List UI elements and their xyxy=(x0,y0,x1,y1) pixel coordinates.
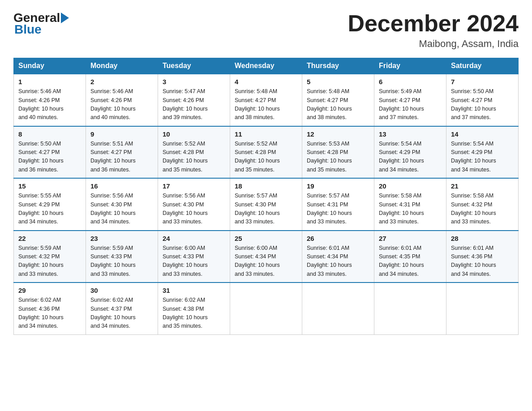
day-number: 11 xyxy=(235,130,297,138)
header-monday: Monday xyxy=(86,58,158,74)
day-info: Sunrise: 5:52 AMSunset: 4:28 PMDaylight:… xyxy=(235,140,297,175)
day-number: 8 xyxy=(18,130,81,138)
calendar-cell: 27Sunrise: 6:01 AMSunset: 4:35 PMDayligh… xyxy=(374,231,446,283)
calendar-cell: 9Sunrise: 5:51 AMSunset: 4:27 PMDaylight… xyxy=(86,126,158,179)
day-info: Sunrise: 6:01 AMSunset: 4:35 PMDaylight:… xyxy=(379,244,442,279)
day-number: 31 xyxy=(163,287,225,294)
day-number: 22 xyxy=(18,235,81,242)
calendar-cell: 28Sunrise: 6:01 AMSunset: 4:36 PMDayligh… xyxy=(446,231,519,283)
day-info: Sunrise: 5:54 AMSunset: 4:29 PMDaylight:… xyxy=(451,140,514,175)
calendar-week-row: 15Sunrise: 5:55 AMSunset: 4:29 PMDayligh… xyxy=(14,178,519,231)
calendar-cell: 22Sunrise: 5:59 AMSunset: 4:32 PMDayligh… xyxy=(14,231,86,283)
calendar-cell xyxy=(230,283,302,334)
calendar-cell: 5Sunrise: 5:48 AMSunset: 4:27 PMDaylight… xyxy=(302,74,374,126)
day-number: 24 xyxy=(163,235,225,242)
day-info: Sunrise: 5:46 AMSunset: 4:26 PMDaylight:… xyxy=(18,87,81,122)
day-number: 30 xyxy=(90,287,153,294)
day-info: Sunrise: 5:58 AMSunset: 4:32 PMDaylight:… xyxy=(451,192,514,227)
day-number: 5 xyxy=(307,78,369,86)
calendar-cell: 4Sunrise: 5:48 AMSunset: 4:27 PMDaylight… xyxy=(230,74,302,126)
calendar-cell: 13Sunrise: 5:54 AMSunset: 4:29 PMDayligh… xyxy=(374,126,446,179)
calendar-cell: 6Sunrise: 5:49 AMSunset: 4:27 PMDaylight… xyxy=(374,74,446,126)
calendar-week-row: 8Sunrise: 5:50 AMSunset: 4:27 PMDaylight… xyxy=(14,126,519,179)
day-number: 28 xyxy=(451,235,514,242)
day-number: 9 xyxy=(90,130,153,138)
day-number: 4 xyxy=(235,78,297,86)
calendar-cell: 24Sunrise: 6:00 AMSunset: 4:33 PMDayligh… xyxy=(158,231,230,283)
day-info: Sunrise: 5:57 AMSunset: 4:31 PMDaylight:… xyxy=(307,192,369,227)
day-number: 23 xyxy=(90,235,153,242)
calendar-cell xyxy=(374,283,446,334)
day-number: 18 xyxy=(235,182,297,190)
calendar-title-block: December 2024 Maibong, Assam, India xyxy=(348,11,519,50)
calendar-cell: 8Sunrise: 5:50 AMSunset: 4:27 PMDaylight… xyxy=(14,126,86,179)
header-sunday: Sunday xyxy=(14,58,86,74)
day-number: 6 xyxy=(379,78,442,86)
day-number: 29 xyxy=(18,287,81,294)
calendar-cell: 11Sunrise: 5:52 AMSunset: 4:28 PMDayligh… xyxy=(230,126,302,179)
day-number: 25 xyxy=(235,235,297,242)
calendar-cell: 2Sunrise: 5:46 AMSunset: 4:26 PMDaylight… xyxy=(86,74,158,126)
day-info: Sunrise: 5:56 AMSunset: 4:30 PMDaylight:… xyxy=(163,192,225,227)
calendar-cell: 18Sunrise: 5:57 AMSunset: 4:30 PMDayligh… xyxy=(230,178,302,231)
day-info: Sunrise: 5:53 AMSunset: 4:28 PMDaylight:… xyxy=(307,140,369,175)
calendar-cell: 12Sunrise: 5:53 AMSunset: 4:28 PMDayligh… xyxy=(302,126,374,179)
calendar-week-row: 22Sunrise: 5:59 AMSunset: 4:32 PMDayligh… xyxy=(14,231,519,283)
calendar-cell: 19Sunrise: 5:57 AMSunset: 4:31 PMDayligh… xyxy=(302,178,374,231)
calendar-cell: 10Sunrise: 5:52 AMSunset: 4:28 PMDayligh… xyxy=(158,126,230,179)
day-number: 10 xyxy=(163,130,225,138)
calendar-cell: 14Sunrise: 5:54 AMSunset: 4:29 PMDayligh… xyxy=(446,126,519,179)
day-info: Sunrise: 5:51 AMSunset: 4:27 PMDaylight:… xyxy=(90,140,153,175)
day-number: 3 xyxy=(163,78,225,86)
calendar-cell: 15Sunrise: 5:55 AMSunset: 4:29 PMDayligh… xyxy=(14,178,86,231)
calendar-header-row: SundayMondayTuesdayWednesdayThursdayFrid… xyxy=(14,58,519,74)
day-info: Sunrise: 6:02 AMSunset: 4:37 PMDaylight:… xyxy=(90,296,153,331)
calendar-cell: 17Sunrise: 5:56 AMSunset: 4:30 PMDayligh… xyxy=(158,178,230,231)
day-number: 7 xyxy=(451,78,514,86)
day-info: Sunrise: 5:52 AMSunset: 4:28 PMDaylight:… xyxy=(163,140,225,175)
day-info: Sunrise: 5:48 AMSunset: 4:27 PMDaylight:… xyxy=(235,87,297,122)
svg-marker-0 xyxy=(61,13,69,23)
header-thursday: Thursday xyxy=(302,58,374,74)
day-number: 13 xyxy=(379,130,442,138)
day-info: Sunrise: 5:50 AMSunset: 4:27 PMDaylight:… xyxy=(451,87,514,122)
day-number: 26 xyxy=(307,235,369,242)
day-number: 14 xyxy=(451,130,514,138)
day-info: Sunrise: 6:00 AMSunset: 4:33 PMDaylight:… xyxy=(163,244,225,279)
day-info: Sunrise: 5:59 AMSunset: 4:32 PMDaylight:… xyxy=(18,244,81,279)
calendar-cell: 30Sunrise: 6:02 AMSunset: 4:37 PMDayligh… xyxy=(86,283,158,334)
day-number: 20 xyxy=(379,182,442,190)
day-info: Sunrise: 6:01 AMSunset: 4:34 PMDaylight:… xyxy=(307,244,369,279)
day-number: 19 xyxy=(307,182,369,190)
header-saturday: Saturday xyxy=(446,58,519,74)
calendar-cell: 3Sunrise: 5:47 AMSunset: 4:26 PMDaylight… xyxy=(158,74,230,126)
header-tuesday: Tuesday xyxy=(158,58,230,74)
logo-arrow-icon xyxy=(61,12,71,24)
calendar-week-row: 1Sunrise: 5:46 AMSunset: 4:26 PMDaylight… xyxy=(14,74,519,126)
day-info: Sunrise: 6:00 AMSunset: 4:34 PMDaylight:… xyxy=(235,244,297,279)
calendar-cell: 16Sunrise: 5:56 AMSunset: 4:30 PMDayligh… xyxy=(86,178,158,231)
day-info: Sunrise: 5:57 AMSunset: 4:30 PMDaylight:… xyxy=(235,192,297,227)
day-info: Sunrise: 6:02 AMSunset: 4:36 PMDaylight:… xyxy=(18,296,81,331)
day-info: Sunrise: 5:55 AMSunset: 4:29 PMDaylight:… xyxy=(18,192,81,227)
header-friday: Friday xyxy=(374,58,446,74)
day-info: Sunrise: 5:50 AMSunset: 4:27 PMDaylight:… xyxy=(18,140,81,175)
day-info: Sunrise: 5:48 AMSunset: 4:27 PMDaylight:… xyxy=(307,87,369,122)
calendar-cell: 1Sunrise: 5:46 AMSunset: 4:26 PMDaylight… xyxy=(14,74,86,126)
month-year-title: December 2024 xyxy=(348,11,519,36)
day-info: Sunrise: 5:58 AMSunset: 4:31 PMDaylight:… xyxy=(379,192,442,227)
calendar-cell: 23Sunrise: 5:59 AMSunset: 4:33 PMDayligh… xyxy=(86,231,158,283)
calendar-cell xyxy=(446,283,519,334)
calendar-cell: 21Sunrise: 5:58 AMSunset: 4:32 PMDayligh… xyxy=(446,178,519,231)
calendar-table: SundayMondayTuesdayWednesdayThursdayFrid… xyxy=(13,58,519,335)
day-number: 16 xyxy=(90,182,153,190)
day-info: Sunrise: 5:56 AMSunset: 4:30 PMDaylight:… xyxy=(90,192,153,227)
day-info: Sunrise: 6:01 AMSunset: 4:36 PMDaylight:… xyxy=(451,244,514,279)
logo-blue-text: Blue xyxy=(13,22,42,37)
day-number: 21 xyxy=(451,182,514,190)
calendar-cell: 29Sunrise: 6:02 AMSunset: 4:36 PMDayligh… xyxy=(14,283,86,334)
calendar-cell: 31Sunrise: 6:02 AMSunset: 4:38 PMDayligh… xyxy=(158,283,230,334)
calendar-cell xyxy=(302,283,374,334)
day-info: Sunrise: 5:59 AMSunset: 4:33 PMDaylight:… xyxy=(90,244,153,279)
day-number: 1 xyxy=(18,78,81,86)
